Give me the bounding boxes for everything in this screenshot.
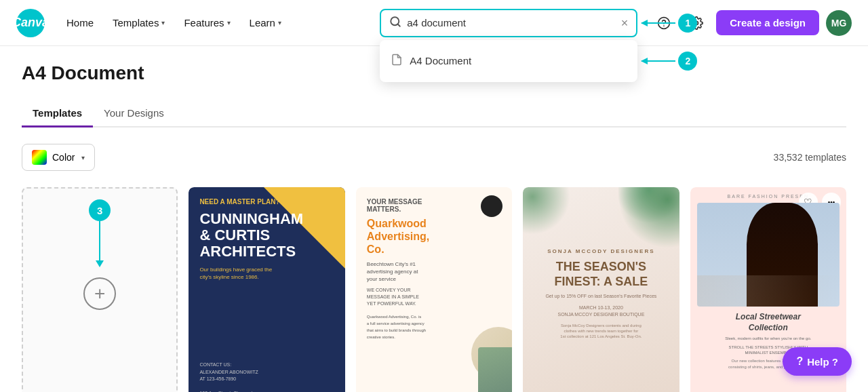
annotation-circle-3: 3 [89,199,111,221]
nav-home-label: Home [66,17,94,28]
annotation-3: 3 [89,199,111,262]
search-icon [389,16,401,31]
learn-chevron-icon: ▾ [278,19,281,26]
color-filter-chevron: ▾ [81,154,85,161]
template-count: 33,532 templates [774,152,846,163]
nav-learn[interactable]: Learn ▾ [241,12,290,34]
template-grid: 3 + Create a blank A4 Document NEED A MA… [22,187,846,392]
blank-card-wrapper: 3 + Create a blank A4 Document [22,187,178,392]
search-box[interactable]: × [380,9,637,37]
color-filter[interactable]: Color ▾ [22,144,95,171]
navbar: Canva Home Templates ▾ Features ▾ Learn … [0,0,868,46]
color-filter-label: Color [52,152,75,163]
blank-card[interactable]: 3 + [22,187,178,392]
help-label: Help ? [807,356,838,368]
nav-links: Home Templates ▾ Features ▾ Learn ▾ [58,12,290,34]
nav-home[interactable]: Home [58,12,102,34]
nav-features[interactable]: Features ▾ [176,12,238,34]
template-card[interactable]: NEED A MASTER PLAN? CUNNINGHAM& CURTISAR… [189,187,344,392]
search-input[interactable] [407,17,615,28]
help-button[interactable]: ? Help ? [783,347,852,376]
annotation-3-arrow [99,221,100,262]
document-icon [391,54,403,68]
annotation-circle-1: 1 [678,14,697,33]
dropdown-item-a4[interactable]: A4 Document 2 [380,45,637,77]
dropdown-item-label: A4 Document [410,55,471,66]
avatar[interactable]: MG [826,10,852,36]
nav-templates[interactable]: Templates ▾ [104,12,173,34]
annotation-circle-2: 2 [678,52,697,71]
svg-line-1 [398,24,400,26]
page-content: A4 Document Templates Your Designs Color… [0,46,868,392]
tabs: Templates Your Designs [22,100,846,128]
color-swatch [32,150,47,165]
logo[interactable]: Canva [16,9,45,37]
logo-text: Canva [12,16,49,30]
search-area: × 1 A4 Document [380,9,637,37]
nav-learn-label: Learn [250,17,275,28]
template-card[interactable]: YOUR MESSAGEMATTERS. QuarkwoodAdvertisin… [356,187,512,392]
template-card[interactable]: SONJA MCCODY DESIGNERS THE SEASON'SFINES… [523,187,679,392]
templates-chevron-icon: ▾ [161,19,165,26]
create-design-button[interactable]: Create a design [716,10,819,35]
nav-templates-label: Templates [113,17,159,28]
plus-circle: + [83,277,116,310]
tab-templates[interactable]: Templates [22,100,93,128]
search-clear-icon[interactable]: × [621,17,629,29]
nav-features-label: Features [184,17,224,28]
help-icon: ? [796,355,803,368]
tab-your-designs[interactable]: Your Designs [93,100,175,128]
annotation-1: 1 [642,14,697,33]
search-dropdown: A4 Document 2 [380,40,637,82]
filter-row: Color ▾ 33,532 templates [22,144,846,171]
annotation-2: 2 [642,52,697,71]
features-chevron-icon: ▾ [227,19,231,26]
